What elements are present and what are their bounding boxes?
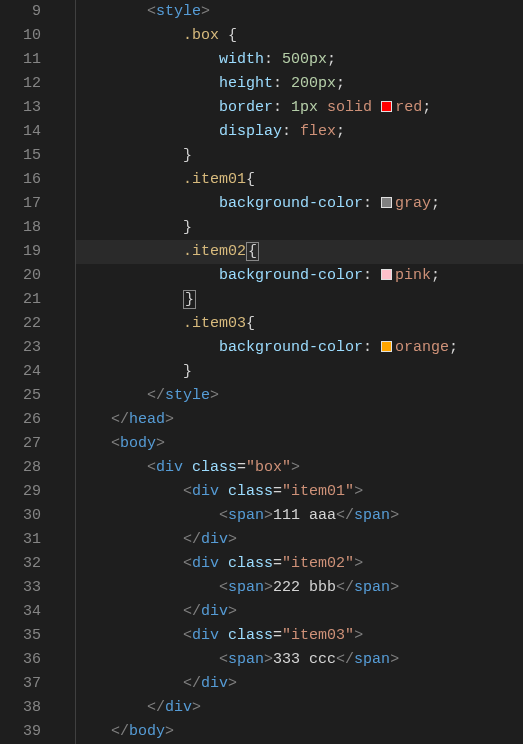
token-val: red: [395, 99, 422, 116]
token-val: pink: [395, 267, 431, 284]
code-line[interactable]: background-color: gray;: [75, 192, 523, 216]
token-text: 111 aaa: [273, 507, 336, 524]
line-number: 32: [0, 552, 41, 576]
code-line[interactable]: border: 1px solid red;: [75, 96, 523, 120]
token-tag: div: [201, 675, 228, 692]
code-line[interactable]: .item01{: [75, 168, 523, 192]
code-line[interactable]: background-color: pink;: [75, 264, 523, 288]
code-line[interactable]: </div>: [75, 528, 523, 552]
code-line[interactable]: </div>: [75, 696, 523, 720]
token-colon: ;: [431, 267, 440, 284]
line-number: 27: [0, 432, 41, 456]
code-line[interactable]: }: [75, 288, 523, 312]
token-tag: div: [165, 699, 192, 716]
token-tag: body: [120, 435, 156, 452]
token-colon: ;: [431, 195, 440, 212]
token-val: orange: [395, 339, 449, 356]
code-line[interactable]: .item03{: [75, 312, 523, 336]
token-colon: :: [264, 51, 282, 68]
token-text: [219, 555, 228, 572]
code-area[interactable]: <style> .box { width: 500px; height: 200…: [55, 0, 523, 744]
token-punc: >: [390, 651, 399, 668]
code-line[interactable]: </style>: [75, 384, 523, 408]
token-brace: {: [228, 27, 237, 44]
line-number: 21: [0, 288, 41, 312]
token-val: flex: [300, 123, 336, 140]
token-punc: <: [147, 459, 156, 476]
code-line[interactable]: .box {: [75, 24, 523, 48]
line-number: 18: [0, 216, 41, 240]
token-prop: border: [219, 99, 273, 116]
line-number: 9: [0, 0, 41, 24]
token-num: 200px: [291, 75, 336, 92]
token-str: "item01": [282, 483, 354, 500]
token-val: solid: [327, 99, 372, 116]
token-attr: class: [228, 627, 273, 644]
line-number: 12: [0, 72, 41, 96]
token-punc: <: [111, 435, 120, 452]
code-line[interactable]: </div>: [75, 672, 523, 696]
code-line[interactable]: }: [75, 360, 523, 384]
token-text: 222 bbb: [273, 579, 336, 596]
token-colon: :: [363, 195, 381, 212]
code-line[interactable]: display: flex;: [75, 120, 523, 144]
code-line[interactable]: </body>: [75, 720, 523, 744]
token-sel: .box: [183, 27, 228, 44]
token-punc: </: [111, 411, 129, 428]
token-num: 500px: [282, 51, 327, 68]
token-eq: =: [237, 459, 246, 476]
token-tag: span: [228, 651, 264, 668]
token-num: 1px: [291, 99, 318, 116]
line-number: 36: [0, 648, 41, 672]
token-punc: >: [192, 699, 201, 716]
token-punc: >: [201, 3, 210, 20]
token-punc: >: [390, 579, 399, 596]
code-line[interactable]: <span>333 ccc</span>: [75, 648, 523, 672]
token-colon: [372, 99, 381, 116]
code-line[interactable]: <span>222 bbb</span>: [75, 576, 523, 600]
token-attr: class: [192, 459, 237, 476]
code-line[interactable]: }: [75, 216, 523, 240]
line-number: 10: [0, 24, 41, 48]
token-punc: >: [390, 507, 399, 524]
token-eq: =: [273, 483, 282, 500]
token-punc: </: [147, 387, 165, 404]
token-prop: display: [219, 123, 282, 140]
line-number: 15: [0, 144, 41, 168]
code-editor[interactable]: 9101112131415161718192021222324252627282…: [0, 0, 523, 744]
line-number: 25: [0, 384, 41, 408]
token-punc: </: [183, 531, 201, 548]
code-line[interactable]: </div>: [75, 600, 523, 624]
code-line[interactable]: <div class="box">: [75, 456, 523, 480]
token-punc: <: [183, 555, 192, 572]
code-line[interactable]: }: [75, 144, 523, 168]
code-line[interactable]: <body>: [75, 432, 523, 456]
token-tag: span: [354, 507, 390, 524]
token-punc: >: [210, 387, 219, 404]
code-line[interactable]: height: 200px;: [75, 72, 523, 96]
code-line[interactable]: width: 500px;: [75, 48, 523, 72]
token-punc: >: [291, 459, 300, 476]
line-number: 31: [0, 528, 41, 552]
line-number: 20: [0, 264, 41, 288]
token-prop: height: [219, 75, 273, 92]
token-punc: </: [147, 699, 165, 716]
code-line[interactable]: <div class="item03">: [75, 624, 523, 648]
code-line[interactable]: <span>111 aaa</span>: [75, 504, 523, 528]
token-tag: style: [165, 387, 210, 404]
line-number: 30: [0, 504, 41, 528]
line-number: 16: [0, 168, 41, 192]
code-line[interactable]: </head>: [75, 408, 523, 432]
code-line[interactable]: <style>: [75, 0, 523, 24]
code-line[interactable]: .item02{: [75, 240, 523, 264]
token-punc: <: [183, 627, 192, 644]
token-str: "item02": [282, 555, 354, 572]
token-attr: class: [228, 555, 273, 572]
line-number: 34: [0, 600, 41, 624]
token-colon: ;: [449, 339, 458, 356]
token-punc: >: [264, 579, 273, 596]
code-line[interactable]: <div class="item02">: [75, 552, 523, 576]
code-line[interactable]: <div class="item01">: [75, 480, 523, 504]
token-tag: div: [156, 459, 183, 476]
code-line[interactable]: background-color: orange;: [75, 336, 523, 360]
